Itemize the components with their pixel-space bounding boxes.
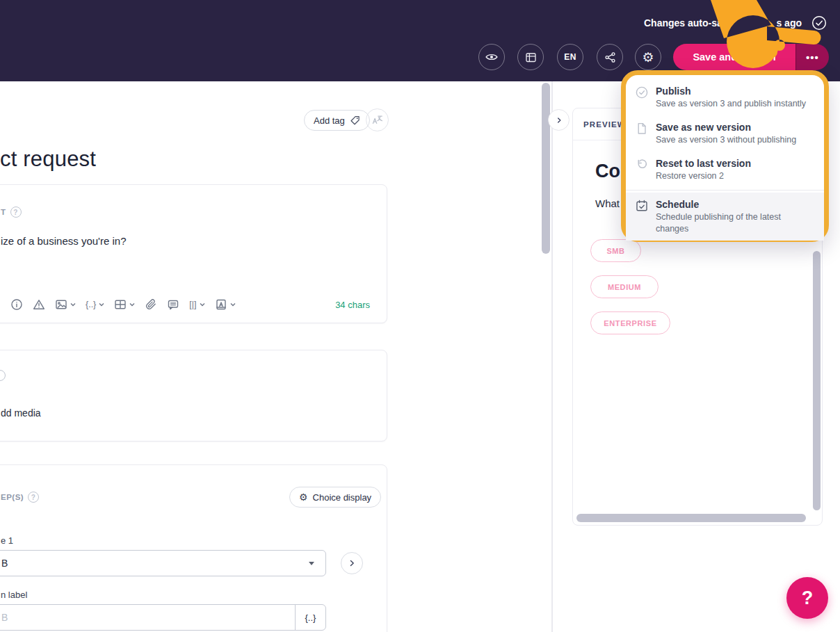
chevron-down-icon — [200, 302, 205, 307]
brackets-button[interactable]: [|] — [189, 300, 204, 309]
menu-item-subtitle: Save as version 3 and publish instantly — [656, 98, 806, 110]
layout-panel-button[interactable] — [517, 44, 544, 70]
menu-item-reset-version[interactable]: Reset to last version Restore version 2 — [626, 152, 824, 188]
variables-insert-button[interactable]: {..} — [86, 300, 104, 309]
note-button[interactable] — [167, 298, 179, 311]
question-label: T — [1, 208, 6, 216]
chevron-right-icon — [347, 558, 357, 568]
table-icon — [114, 298, 127, 311]
file-icon — [635, 122, 649, 136]
next-steps-label: EP(S) — [1, 493, 24, 501]
menu-item-subtitle: Save as version 3 without publishing — [656, 134, 796, 146]
save-and-publish-button[interactable]: Save and publish — [673, 44, 795, 70]
preview-pill-enterprise[interactable]: ENTERPRISE — [590, 311, 670, 334]
help-icon[interactable]: ? — [10, 206, 22, 218]
translate-icon — [371, 114, 383, 126]
preview-pill-smb[interactable]: SMB — [590, 239, 641, 262]
share-icon — [604, 51, 617, 64]
menu-item-title: Save as new version — [656, 121, 796, 133]
question-text[interactable]: ize of a business you're in? — [1, 235, 126, 247]
tab-preview[interactable]: PREVIEW — [583, 120, 626, 129]
main-vertical-scrollbar[interactable] — [542, 83, 550, 254]
warning-icon[interactable] — [33, 298, 45, 311]
page-title: ct request — [0, 147, 96, 172]
library-button[interactable] — [215, 298, 236, 311]
image-insert-button[interactable] — [55, 298, 76, 311]
help-button[interactable]: ? — [786, 577, 828, 619]
chevron-down-icon — [99, 302, 104, 307]
language-label: EN — [564, 52, 576, 62]
preview-horizontal-scrollbar[interactable] — [576, 514, 806, 522]
settings-button[interactable]: ⚙ — [635, 44, 661, 70]
note-icon — [167, 298, 179, 311]
choice-display-label: Choice display — [313, 492, 372, 503]
table-insert-button[interactable] — [114, 298, 135, 311]
share-button[interactable] — [597, 44, 623, 70]
help-icon[interactable]: ? — [28, 492, 39, 503]
autosave-status-left: Changes auto-sav — [644, 17, 728, 29]
choice-display-button[interactable]: ⚙ Choice display — [289, 487, 381, 508]
tag-icon — [350, 115, 360, 126]
publish-options-menu: Publish Save as version 3 and publish in… — [621, 70, 829, 242]
menu-item-schedule[interactable]: Schedule Schedule publishing of the late… — [626, 193, 824, 241]
menu-item-subtitle: Schedule publishing of the latest change… — [656, 211, 814, 235]
question-card: T ? ize of a business you're in? — [0, 184, 387, 323]
paperclip-icon — [145, 298, 157, 311]
gear-icon: ⚙ — [642, 51, 654, 64]
add-tag-label: Add tag — [314, 115, 345, 126]
caret-down-icon — [309, 562, 314, 565]
language-button[interactable]: EN — [557, 44, 583, 70]
eye-icon — [485, 50, 499, 64]
library-icon — [215, 298, 227, 311]
save-split-button: Save and publish ••• — [673, 44, 829, 70]
button-label-group: {..} — [0, 604, 326, 631]
preview-heading: Co — [595, 161, 620, 182]
add-media-label[interactable]: dd media — [1, 407, 41, 419]
autosave-status-right: s ago — [776, 17, 802, 29]
braces-icon: {..} — [86, 300, 96, 309]
gear-icon: ⚙ — [299, 492, 308, 503]
choice-1-label: e 1 — [1, 535, 13, 546]
menu-divider — [626, 190, 824, 191]
panel-divider — [551, 81, 553, 632]
choice-1-next-button[interactable] — [341, 552, 363, 574]
media-card: dd media — [0, 350, 387, 441]
preview-pill-medium[interactable]: MEDIUM — [590, 275, 659, 298]
chevron-down-icon — [129, 302, 135, 307]
attachment-button[interactable] — [145, 298, 157, 311]
undo-icon — [635, 158, 649, 172]
menu-item-title: Schedule — [656, 198, 814, 211]
preview-vertical-scrollbar[interactable] — [813, 251, 821, 510]
chevron-down-icon — [70, 302, 76, 307]
app-window: Changes auto-sav s ago EN — [0, 0, 840, 632]
preview-question: What — [595, 197, 620, 209]
check-circle-icon — [635, 86, 649, 99]
choice-1-select-value: B — [1, 558, 8, 569]
layout-panel-icon — [524, 51, 538, 64]
brackets-icon: [|] — [189, 300, 196, 309]
menu-item-subtitle: Restore version 2 — [656, 170, 751, 182]
menu-item-save-new-version[interactable]: Save as new version Save as version 3 wi… — [626, 115, 824, 152]
help-icon[interactable] — [0, 370, 6, 381]
chevron-down-icon — [230, 302, 236, 307]
button-label-input[interactable] — [0, 605, 295, 630]
choice-1-select[interactable]: B — [0, 550, 326, 576]
more-options-button[interactable]: ••• — [795, 44, 829, 70]
add-tag-button[interactable]: Add tag — [304, 110, 370, 131]
editor-toolbar: {..} — [10, 295, 370, 314]
preview-eye-button[interactable] — [478, 44, 505, 70]
choices-card: EP(S) ? ⚙ Choice display e 1 B n label {… — [0, 464, 387, 632]
collapse-panel-button[interactable] — [548, 109, 570, 131]
info-icon[interactable] — [10, 298, 23, 311]
char-count: 34 chars — [335, 300, 370, 310]
calendar-check-icon — [635, 199, 649, 213]
button-label-label: n label — [1, 590, 27, 600]
menu-item-title: Reset to last version — [656, 157, 751, 170]
menu-item-title: Publish — [656, 85, 806, 97]
image-icon — [55, 298, 67, 311]
topbar: Changes auto-sav s ago EN — [0, 0, 840, 81]
chevron-right-icon — [555, 116, 563, 124]
insert-variable-button[interactable]: {..} — [295, 605, 325, 630]
menu-item-publish[interactable]: Publish Save as version 3 and publish in… — [626, 79, 824, 115]
translate-button[interactable] — [366, 108, 389, 131]
